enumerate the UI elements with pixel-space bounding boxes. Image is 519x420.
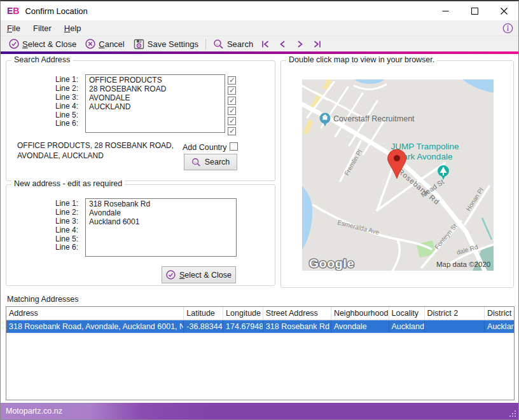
matching-addresses-table: Address Latitude Longitude Street Addres… (6, 306, 515, 400)
new-address-line-labels: Line 1: Line 2: Line 3: Line 4: Line 5: … (6, 200, 82, 252)
column-header-district-2[interactable]: District 2 (425, 307, 485, 320)
menu-filter[interactable]: Filter (27, 20, 58, 36)
info-button[interactable] (502, 23, 513, 34)
column-header-latitude[interactable]: Latitude (184, 307, 223, 320)
column-header-neighbourhood[interactable]: Neighbourhood (331, 307, 389, 320)
toolbar-select-close-button[interactable]: Select & Close (4, 36, 81, 51)
line-4-checkbox[interactable] (228, 107, 236, 115)
search-line-6-value[interactable] (89, 120, 221, 129)
last-record-icon (313, 40, 321, 48)
table-header-row: Address Latitude Longitude Street Addres… (6, 307, 515, 320)
new-line-5-value[interactable] (89, 236, 233, 245)
line-2-checkbox[interactable] (228, 86, 236, 95)
menu-file[interactable]: File (1, 20, 27, 36)
status-bar-text: Motopartz.co.nz (1, 407, 62, 416)
cell-district-2[interactable] (425, 320, 485, 333)
search-line-5-value[interactable] (89, 112, 221, 121)
check-circle-icon (9, 39, 19, 49)
google-logo: Google (309, 257, 354, 270)
cell-locality[interactable]: Auckland (389, 320, 425, 333)
cell-latitude[interactable]: -36.883449 (184, 320, 223, 333)
maximize-icon (471, 8, 478, 15)
search-address-group-title: Search Address (11, 55, 73, 64)
search-line-2-value[interactable]: 28 ROSEBANK ROAD (89, 85, 221, 94)
table-row-selected[interactable]: 318 Rosebank Road, Avondale, Auckland 60… (6, 320, 515, 333)
map-attribution: Map data ©2020 (436, 261, 490, 268)
google-map[interactable]: Fremlin Pl Rosebank Rd Mead St Esmeralda… (302, 79, 494, 271)
new-address-lines[interactable]: 318 Rosebank Rd Avondale Auckland 6001 (85, 198, 237, 257)
map-group: Double click map to view in your browser… (280, 60, 514, 288)
map-group-title: Double click map to view in your browser… (286, 55, 437, 64)
toolbar-save-settings-button[interactable]: Save Settings (129, 36, 203, 51)
first-record-button[interactable] (258, 40, 273, 48)
minimize-icon (442, 8, 449, 15)
record-navigation (258, 40, 325, 48)
line-5-checkbox[interactable] (228, 117, 236, 125)
search-icon (213, 39, 224, 50)
select-close-button-label: Select & Close (179, 271, 232, 280)
select-close-button-icon (166, 270, 176, 280)
add-country-label: Add Country (183, 143, 226, 152)
search-button-icon (191, 158, 201, 167)
status-bar: Motopartz.co.nz (1, 403, 518, 419)
search-line-1-value[interactable]: OFFICE PRODUCTS (89, 76, 221, 85)
toolbar: Select & Close Cancel Save Settings (1, 36, 518, 51)
line-3-checkbox[interactable] (228, 97, 236, 105)
toolbar-cancel-label: Cancel (99, 39, 124, 49)
add-country-checkbox[interactable] (230, 142, 238, 151)
minimize-button[interactable] (431, 1, 460, 20)
cell-longitude[interactable]: 174.679481 (223, 320, 263, 333)
column-header-address[interactable]: Address (6, 307, 184, 320)
new-line-1-value[interactable]: 318 Rosebank Rd (89, 200, 233, 209)
previous-record-icon (279, 40, 287, 48)
first-record-icon (261, 40, 270, 48)
window-controls (431, 1, 518, 20)
column-header-street-address[interactable]: Street Address (263, 307, 331, 320)
search-line-3-value[interactable]: AVONDALE (89, 94, 221, 103)
column-header-longitude[interactable]: Longitude (223, 307, 263, 320)
column-header-locality[interactable]: Locality (389, 307, 425, 320)
menu-bar: File Filter Help (1, 20, 518, 36)
toolbar-search-button[interactable]: Search (209, 36, 258, 51)
eb-logo: EB (7, 6, 19, 16)
matching-addresses-label: Matching Addresses (7, 295, 79, 304)
search-line-checkboxes (228, 76, 236, 137)
search-button[interactable]: Search (184, 154, 237, 170)
menu-help[interactable]: Help (58, 20, 88, 36)
new-line-4-value[interactable] (89, 227, 233, 236)
column-header-district[interactable]: District (485, 307, 515, 320)
save-icon (134, 39, 144, 50)
info-icon (502, 23, 513, 34)
last-record-button[interactable] (309, 40, 325, 48)
close-button[interactable] (489, 1, 518, 20)
new-address-group: New address - edit as required Line 1: L… (6, 184, 275, 286)
next-record-button[interactable] (292, 40, 308, 48)
select-close-button[interactable]: Select & Close (162, 266, 236, 283)
confirm-location-window: EB Confirm Location File Filter Help (0, 0, 519, 420)
search-summary-text: OFFICE PRODUCTS, 28 ROSEBANK ROAD, AVOND… (17, 141, 188, 161)
new-line-2-value[interactable]: Avondale (89, 209, 233, 218)
cell-street-address[interactable]: 318 Rosebank Rd (263, 320, 331, 333)
new-line-3-value[interactable]: Auckland 6001 (89, 218, 233, 227)
previous-record-button[interactable] (275, 40, 291, 48)
line-1-checkbox[interactable] (228, 76, 236, 85)
svg-text:JUMP Trampoline: JUMP Trampoline (391, 142, 459, 151)
new-line-6-value[interactable] (89, 244, 233, 253)
resize-grip-icon[interactable] (515, 416, 516, 417)
line-6-checkbox[interactable] (228, 127, 236, 135)
toolbar-save-settings-label: Save Settings (148, 39, 198, 49)
cell-neighbourhood[interactable]: Avondale (331, 320, 389, 333)
new-address-group-title: New address - edit as required (11, 179, 125, 188)
search-address-group: Search Address Line 1: Line 2: Line 3: L… (6, 60, 275, 181)
close-icon (501, 8, 508, 15)
next-record-icon (296, 40, 304, 48)
search-address-lines[interactable]: OFFICE PRODUCTS 28 ROSEBANK ROAD AVONDAL… (85, 74, 225, 133)
svg-text:Coverstaff Recruitment: Coverstaff Recruitment (333, 114, 415, 123)
search-button-label: Search (205, 158, 230, 166)
toolbar-cancel-button[interactable]: Cancel (81, 36, 128, 51)
window-title: Confirm Location (25, 6, 87, 16)
maximize-button[interactable] (460, 1, 489, 20)
cell-address[interactable]: 318 Rosebank Road, Avondale, Auckland 60… (6, 320, 184, 333)
cell-district[interactable]: Auckland (485, 320, 515, 333)
search-line-4-value[interactable]: AUCKLAND (89, 103, 221, 112)
